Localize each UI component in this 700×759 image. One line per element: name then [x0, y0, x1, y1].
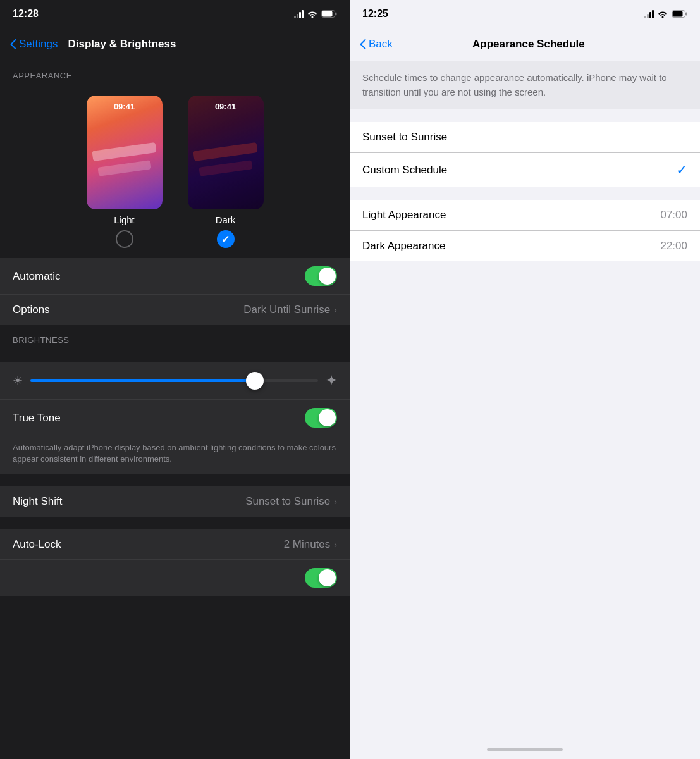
dark-phone-time: 09:41 [188, 102, 264, 111]
sunset-sunrise-label: Sunset to Sunrise [362, 131, 447, 144]
auto-lock-chevron: › [334, 540, 337, 550]
light-radio[interactable] [116, 230, 133, 248]
automatic-group: Automatic Options Dark Until Sunrise › [0, 258, 350, 325]
settings-back-button[interactable]: Settings [10, 38, 58, 51]
automatic-toggle-thumb [319, 268, 336, 285]
right-back-label: Back [369, 38, 393, 51]
custom-schedule-label: Custom Schedule [362, 164, 447, 176]
light-appearance-row[interactable]: Light Appearance 07:00 [350, 200, 700, 231]
brightness-section-label: BRIGHTNESS [0, 325, 350, 350]
night-shift-row[interactable]: Night Shift Sunset to Sunrise › [0, 486, 350, 517]
night-shift-label: Night Shift [13, 495, 62, 508]
schedule-info-box: Schedule times to change appearance auto… [350, 61, 700, 109]
right-signal-icon [644, 10, 654, 18]
dark-radio[interactable]: ✓ [217, 230, 235, 248]
right-bottom-area [350, 261, 700, 740]
last-toggle-row [0, 560, 350, 596]
dark-check-icon: ✓ [221, 233, 230, 245]
left-status-bar: 12:28 [0, 0, 350, 28]
light-phone-time: 09:41 [87, 102, 163, 111]
battery-icon [321, 10, 337, 18]
wifi-icon [307, 10, 317, 18]
signal-icon [294, 10, 304, 18]
true-tone-description: Automatically adapt iPhone display based… [0, 436, 350, 474]
appearance-cards: 09:41 Light 09:41 Dark ✓ [0, 85, 350, 253]
true-tone-toggle[interactable] [305, 408, 337, 428]
svg-rect-5 [673, 11, 683, 17]
options-value: Dark Until Sunrise › [243, 304, 337, 316]
brightness-thumb[interactable] [246, 372, 264, 390]
night-shift-chevron: › [334, 497, 337, 507]
true-tone-label: True Tone [13, 412, 61, 424]
options-row[interactable]: Options Dark Until Sunrise › [0, 295, 350, 325]
auto-lock-value: 2 Minutes › [284, 538, 337, 551]
brightness-slider[interactable] [30, 379, 318, 382]
brightness-row: ☀ ✦ [13, 373, 337, 389]
svg-rect-2 [322, 11, 333, 17]
svg-rect-4 [685, 13, 687, 16]
sun-large-icon: ✦ [326, 373, 337, 389]
light-appearance-value: 07:00 [660, 209, 687, 221]
back-label: Settings [19, 38, 58, 51]
right-time: 12:25 [362, 8, 388, 20]
sunset-sunrise-row[interactable]: Sunset to Sunrise [350, 122, 700, 153]
auto-lock-label: Auto-Lock [13, 538, 61, 551]
automatic-row: Automatic [0, 258, 350, 295]
light-appearance-label: Light Appearance [362, 209, 446, 221]
light-appearance-card[interactable]: 09:41 Light [87, 96, 163, 248]
dark-appearance-card[interactable]: 09:41 Dark ✓ [188, 96, 264, 248]
light-label: Light [114, 214, 135, 225]
custom-schedule-row[interactable]: Custom Schedule ✓ [350, 153, 700, 187]
night-shift-value: Sunset to Sunrise › [245, 495, 337, 508]
true-tone-thumb [319, 409, 336, 426]
right-status-icons [644, 10, 687, 18]
dark-phone-mockup: 09:41 [188, 96, 264, 209]
right-back-button[interactable]: Back [360, 38, 393, 51]
custom-schedule-checkmark: ✓ [676, 162, 687, 178]
dark-appearance-row[interactable]: Dark Appearance 22:00 [350, 231, 700, 261]
appearance-section-label: APPEARANCE [0, 61, 350, 85]
options-chevron: › [334, 305, 337, 315]
svg-rect-1 [335, 13, 337, 16]
right-battery-icon [672, 10, 687, 18]
dark-label: Dark [216, 214, 236, 225]
auto-lock-row[interactable]: Auto-Lock 2 Minutes › [0, 529, 350, 560]
right-home-indicator-area [350, 740, 700, 759]
right-nav-bar: Back Appearance Schedule [350, 28, 700, 61]
right-panel: 12:25 Back Appearance Schedule [350, 0, 700, 759]
options-label: Options [13, 304, 50, 316]
left-time: 12:28 [13, 8, 39, 20]
dark-appearance-label: Dark Appearance [362, 240, 445, 252]
right-home-indicator [487, 748, 563, 751]
auto-lock-group: Auto-Lock 2 Minutes › [0, 529, 350, 596]
right-page-title: Appearance Schedule [393, 38, 665, 51]
true-tone-row: True Tone [0, 399, 350, 436]
left-status-icons [294, 10, 337, 18]
time-rows-group: Light Appearance 07:00 Dark Appearance 2… [350, 200, 700, 261]
sun-small-icon: ☀ [13, 374, 23, 388]
last-toggle-thumb [319, 569, 336, 586]
right-wifi-icon [658, 10, 668, 18]
schedule-options-group: Sunset to Sunrise Custom Schedule ✓ [350, 122, 700, 187]
left-page-title: Display & Brightness [68, 38, 176, 51]
dark-appearance-value: 22:00 [660, 240, 687, 252]
light-phone-mockup: 09:41 [87, 96, 163, 209]
brightness-fill [30, 379, 255, 382]
night-shift-group: Night Shift Sunset to Sunrise › [0, 486, 350, 517]
last-toggle[interactable] [305, 568, 337, 588]
brightness-section: ☀ ✦ [0, 362, 350, 399]
automatic-toggle[interactable] [305, 266, 337, 286]
left-nav-bar: Settings Display & Brightness [0, 28, 350, 61]
left-panel: 12:28 Settings Dis [0, 0, 350, 759]
automatic-label: Automatic [13, 270, 61, 283]
right-status-bar: 12:25 [350, 0, 700, 28]
